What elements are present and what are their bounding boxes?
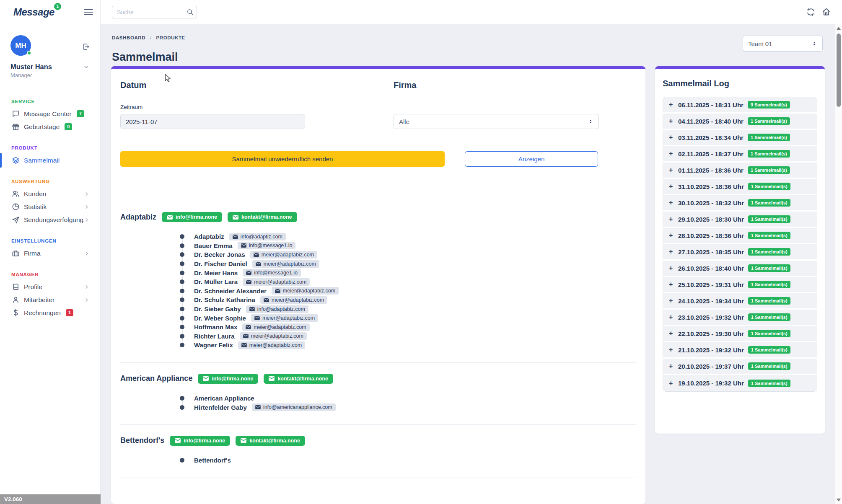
expand-plus-icon[interactable]: +	[669, 362, 678, 370]
user-name-row[interactable]: Muster Hans	[10, 63, 90, 71]
company-header: American Appliance info@firma.none konta…	[120, 374, 636, 384]
sidebar-item-kunden[interactable]: Kunden	[0, 187, 100, 200]
contact-email-chip[interactable]: meier@adaptabiz.com	[272, 287, 339, 295]
home-icon[interactable]	[822, 8, 831, 16]
log-entry[interactable]: + 01.11.2025 - 18:36 Uhr 1 Sammelmail(s)	[663, 163, 817, 179]
contact-email-chip[interactable]: info@adaptiz.com	[229, 233, 286, 240]
expand-plus-icon[interactable]: +	[669, 183, 678, 190]
expand-plus-icon[interactable]: +	[669, 134, 678, 141]
log-datetime: 27.10.2025 - 18:35 Uhr	[678, 248, 744, 256]
refresh-icon[interactable]	[806, 8, 815, 16]
scrollbar-down-arrow[interactable]	[837, 499, 841, 501]
contact-email-chip[interactable]: meier@adaptabiz.com	[252, 260, 319, 268]
sidebar-item-geburtstage[interactable]: Geburtstage 0	[0, 120, 100, 133]
scrollbar-up-arrow[interactable]	[837, 27, 841, 30]
expand-plus-icon[interactable]: +	[669, 297, 678, 305]
log-entry[interactable]: + 29.10.2025 - 18:30 Uhr 1 Sammelmail(s)	[663, 212, 817, 228]
log-entry[interactable]: + 06.11.2025 - 18:31 Uhr 9 Sammelmail(s)	[663, 97, 817, 114]
sidebar-item-rechnungen[interactable]: Rechnungen 1	[0, 306, 100, 319]
expand-plus-icon[interactable]: +	[669, 281, 678, 288]
expand-plus-icon[interactable]: +	[669, 330, 678, 337]
sidebar-item-profile[interactable]: Profile	[0, 280, 100, 293]
contact-email-chip[interactable]: info@message1.io	[243, 269, 301, 277]
contact-email-chip[interactable]: info@adaptabiz.com	[246, 305, 308, 313]
log-entry[interactable]: + 23.10.2025 - 19:32 Uhr 1 Sammelmail(s)	[663, 310, 817, 326]
expand-plus-icon[interactable]: +	[669, 166, 678, 174]
log-entry[interactable]: + 31.10.2025 - 18:36 Uhr 1 Sammelmail(s)	[663, 179, 817, 195]
log-entry[interactable]: + 26.10.2025 - 18:40 Uhr 1 Sammelmail(s)	[663, 261, 817, 277]
contact-name: Hirtenfelder Gaby	[194, 404, 247, 411]
log-entry[interactable]: + 25.10.2025 - 19:31 Uhr 1 Sammelmail(s)	[663, 277, 817, 293]
page-scrollbar[interactable]	[835, 24, 842, 504]
log-entry[interactable]: + 24.10.2025 - 19:34 Uhr 1 Sammelmail(s)	[663, 293, 817, 310]
log-entry[interactable]: + 02.11.2025 - 18:37 Uhr 1 Sammelmail(s)	[663, 146, 817, 163]
log-entry[interactable]: + 03.11.2025 - 18:34 Uhr 1 Sammelmail(s)	[663, 130, 817, 146]
contact-email-chip[interactable]: meier@adaptabiz.com	[238, 341, 305, 349]
contact-name: Dr. Sieber Gaby	[194, 305, 241, 313]
log-entry[interactable]: + 30.10.2025 - 18:32 Uhr 1 Sammelmail(s)	[663, 195, 817, 212]
breadcrumb-dashboard[interactable]: DASHBOARD	[112, 35, 145, 40]
sidebar-item-firma[interactable]: Firma	[0, 247, 100, 260]
contact-email-chip[interactable]: meier@adaptabiz.com	[251, 314, 318, 322]
log-entry[interactable]: + 20.10.2025 - 19:37 Uhr 1 Sammelmail(s)	[663, 359, 817, 375]
expand-plus-icon[interactable]: +	[669, 232, 678, 239]
search-input[interactable]	[112, 6, 197, 18]
company-email-badge[interactable]: kontakt@firma.none	[264, 374, 333, 384]
log-count-badge: 1 Sammelmail(s)	[748, 346, 790, 354]
contact-email-chip[interactable]: meier@adaptabiz.com	[260, 296, 327, 304]
expand-plus-icon[interactable]: +	[669, 248, 678, 256]
expand-plus-icon[interactable]: +	[669, 199, 678, 207]
company-email-badge[interactable]: info@firma.none	[170, 436, 230, 446]
log-entry[interactable]: + 27.10.2025 - 18:35 Uhr 1 Sammelmail(s)	[663, 244, 817, 261]
logout-icon[interactable]	[82, 43, 90, 51]
expand-plus-icon[interactable]: +	[669, 215, 678, 223]
log-entry[interactable]: + 22.10.2025 - 19:30 Uhr 1 Sammelmail(s)	[663, 326, 817, 342]
log-count-badge: 1 Sammelmail(s)	[748, 215, 790, 223]
sidebar-item-statistik[interactable]: Statistik	[0, 200, 100, 213]
expand-plus-icon[interactable]: +	[669, 264, 678, 272]
logo-one-badge: 1	[54, 3, 61, 10]
avatar[interactable]: MH	[10, 35, 31, 56]
log-count-badge: 1 Sammelmail(s)	[748, 166, 790, 174]
contact-email-chip[interactable]: meier@adaptabiz.com	[242, 323, 309, 331]
expand-plus-icon[interactable]: +	[669, 117, 678, 125]
user-name: Muster Hans	[10, 63, 52, 71]
log-entry[interactable]: + 19.10.2025 - 19:32 Uhr 1 Sammelmail(s)	[663, 375, 817, 391]
expand-plus-icon[interactable]: +	[669, 346, 678, 354]
contact-email-chip[interactable]: info@americanappliance.com	[252, 403, 336, 411]
sidebar-item-mitarbeiter[interactable]: Mitarbeiter	[0, 293, 100, 306]
expand-plus-icon[interactable]: +	[669, 313, 678, 321]
chevron-right-icon	[84, 191, 90, 197]
zeitraum-date-input[interactable]	[120, 114, 305, 129]
book-icon	[11, 283, 20, 291]
expand-plus-icon[interactable]: +	[669, 101, 678, 109]
expand-plus-icon[interactable]: +	[669, 380, 678, 387]
expand-plus-icon[interactable]: +	[669, 150, 678, 158]
contact-email-chip[interactable]: meier@adaptabiz.com	[250, 251, 317, 258]
briefcase-icon	[11, 249, 20, 258]
log-entry[interactable]: + 21.10.2025 - 19:32 Uhr 1 Sammelmail(s)	[663, 342, 817, 359]
app-logo[interactable]: Message 1	[13, 6, 54, 18]
anzeigen-button[interactable]: Anzeigen	[465, 151, 598, 167]
company-email-badge[interactable]: kontakt@firma.none	[236, 436, 305, 446]
hamburger-menu-icon[interactable]	[84, 8, 93, 17]
timeline-bullet-icon	[180, 334, 184, 339]
contact-email-chip[interactable]: meier@adaptabiz.com	[243, 278, 310, 286]
log-entry[interactable]: + 04.11.2025 - 18:40 Uhr 1 Sammelmail(s)	[663, 114, 817, 130]
log-datetime: 22.10.2025 - 19:30 Uhr	[678, 330, 744, 337]
company-email-badge[interactable]: info@firma.none	[162, 212, 222, 222]
firma-select[interactable]: Alle	[394, 114, 599, 129]
contact-email-chip[interactable]: info@message1.io	[238, 242, 296, 249]
sidebar-item-sammelmail[interactable]: Sammelmail	[0, 154, 100, 167]
company-email-badge[interactable]: info@firma.none	[198, 374, 258, 384]
contact-name: Dr. Fischer Daniel	[194, 260, 247, 267]
log-entry[interactable]: + 28.10.2025 - 18:36 Uhr 1 Sammelmail(s)	[663, 228, 817, 244]
scrollbar-thumb[interactable]	[837, 34, 841, 107]
company-email-badge[interactable]: kontakt@firma.none	[228, 212, 297, 222]
sidebar-item-sendungsverfolgung[interactable]: Sendungsverfolgung	[0, 213, 100, 226]
team-select[interactable]: Team 01	[743, 36, 823, 52]
nav-section-label: MANAGER	[11, 272, 100, 277]
contact-email-chip[interactable]: meier@adaptabiz.com	[240, 332, 307, 340]
send-sammelmail-button[interactable]: Sammelmail unwiederruflich senden	[120, 151, 445, 167]
sidebar-item-message-center[interactable]: Message Center 7	[0, 107, 100, 120]
